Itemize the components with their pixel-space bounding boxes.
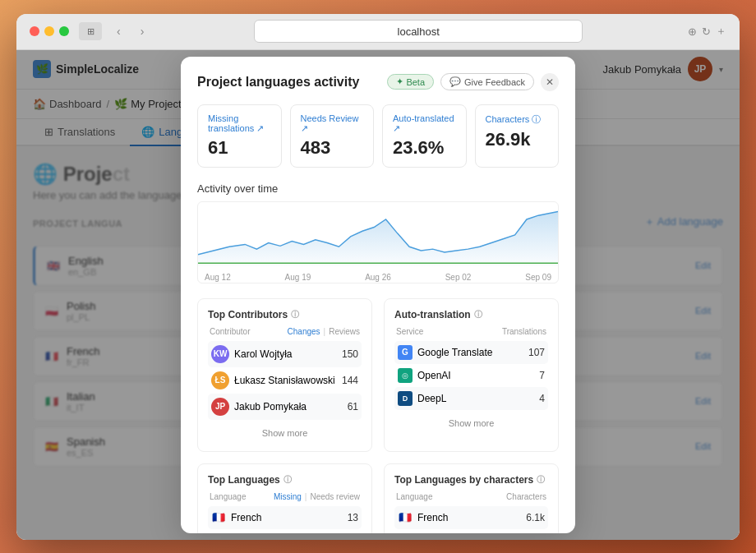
top-languages-chars-info-icon: ⓘ — [537, 474, 545, 486]
contributors-col-labels: Contributor Changes | Reviews — [208, 327, 362, 336]
maximize-traffic-light[interactable] — [59, 26, 69, 36]
auto-translation-col-labels: Service Translations — [394, 327, 548, 336]
contributor-row-0: KW Karol Wojtyła 150 — [208, 341, 362, 367]
stat-review-value: 483 — [301, 137, 364, 159]
top-languages-title: Top Languages ⓘ — [208, 474, 292, 486]
url-bar[interactable]: localhost — [254, 20, 583, 43]
auto-translation-header: Auto-translation ⓘ — [394, 309, 548, 320]
service-value-2: 4 — [539, 393, 545, 404]
grid-browser-btn[interactable]: ⊞ — [79, 22, 102, 40]
auto-translation-show-more[interactable]: Show more — [394, 415, 548, 431]
stats-row: Missing translations ↗ 61 Needs Review ↗… — [197, 104, 559, 168]
auto-translation-panel: Auto-translation ⓘ Service Translations … — [384, 298, 559, 452]
stat-chars-value: 26.9k — [486, 129, 549, 150]
service-value-1: 7 — [539, 370, 545, 381]
top-languages-chars-panel: Top Languages by characters ⓘ Language C… — [384, 463, 559, 533]
top-languages-chars-col-labels: Language Characters — [394, 492, 548, 501]
google-translate-icon: G — [398, 345, 413, 360]
top-languages-col-right: Missing | Needs review — [274, 492, 360, 501]
chart-title: Activity over time — [197, 182, 559, 195]
browser-actions: ⊕ ↻ ＋ — [688, 24, 726, 39]
top-lang-row-0: 🇫🇷 French 13 — [208, 506, 362, 529]
modal-title: Project languages activity — [197, 75, 359, 90]
top-lang-flag-0: 🇫🇷 — [211, 510, 226, 525]
traffic-lights — [30, 26, 69, 36]
top-languages-chars-title: Top Languages by characters ⓘ — [394, 474, 545, 486]
activity-modal: Project languages activity ✦ Beta 💬 Give… — [181, 57, 575, 533]
contributor-name-2: Jakub Pomykała — [234, 401, 307, 412]
top-lang-chars-row-0: 🇫🇷 French 6.1k — [394, 506, 548, 529]
service-row-0: G Google Translate 107 — [394, 341, 548, 364]
url-text: localhost — [398, 25, 440, 38]
stat-auto-value: 23.6% — [393, 137, 456, 159]
chart-label-0: Aug 12 — [205, 273, 231, 282]
service-value-0: 107 — [528, 347, 545, 358]
service-name-0: Google Translate — [417, 347, 492, 358]
add-tab-icon[interactable]: ＋ — [716, 24, 726, 39]
service-row-1: ◎ OpenAI 7 — [394, 364, 548, 387]
top-languages-panel: Top Languages ⓘ Language Missing | Needs… — [197, 463, 372, 533]
panels-row-1: Top Contributors ⓘ Contributor Changes |… — [197, 298, 559, 452]
browser-window: ⊞ ‹ › localhost ⊕ ↻ ＋ 🌿 SimpleLocalize J… — [16, 14, 740, 540]
contributors-header: Top Contributors ⓘ — [208, 309, 362, 320]
top-languages-col-labels: Language Missing | Needs review — [208, 492, 362, 501]
contributor-row-2: JP Jakub Pomykała 61 — [208, 394, 362, 420]
chart-label-4: Sep 09 — [525, 273, 551, 282]
service-row-2: D DeepL 4 — [394, 387, 548, 410]
top-lang-chars-name-0: French — [417, 512, 448, 523]
chart-labels: Aug 12 Aug 19 Aug 26 Sep 02 Sep 09 — [198, 271, 558, 283]
minimize-traffic-light[interactable] — [44, 26, 54, 36]
stat-missing-value: 61 — [208, 137, 271, 159]
top-languages-chars-header: Top Languages by characters ⓘ — [394, 474, 548, 486]
feedback-label: Give Feedback — [464, 77, 525, 87]
forward-button[interactable]: › — [136, 23, 150, 39]
auto-translation-title: Auto-translation ⓘ — [394, 309, 482, 320]
deepl-icon: D — [398, 391, 413, 406]
stat-review-label: Needs Review ↗ — [301, 113, 364, 134]
panels-row-2: Top Languages ⓘ Language Missing | Needs… — [197, 463, 559, 533]
stat-characters: Characters ⓘ 26.9k — [475, 104, 560, 168]
top-lang-chars-row-1: 🇪🇸 Spanish 5.5k — [394, 529, 548, 533]
close-traffic-light[interactable] — [30, 26, 39, 36]
beta-label: Beta — [406, 77, 425, 87]
openai-icon: ◎ — [398, 368, 413, 383]
close-modal-button[interactable]: ✕ — [541, 73, 559, 91]
chart-label-3: Sep 02 — [445, 273, 472, 282]
refresh-icon[interactable]: ↻ — [702, 25, 711, 38]
feedback-button[interactable]: 💬 Give Feedback — [440, 73, 534, 90]
service-name-1: OpenAI — [417, 370, 451, 381]
top-contributors-panel: Top Contributors ⓘ Contributor Changes |… — [197, 298, 372, 452]
top-lang-value-0: 13 — [348, 512, 358, 523]
stat-missing-label: Missing translations ↗ — [208, 113, 271, 134]
contributor-value-1: 144 — [342, 375, 358, 386]
modal-overlay[interactable]: Project languages activity ✦ Beta 💬 Give… — [16, 50, 740, 540]
top-languages-info-icon: ⓘ — [284, 474, 292, 486]
stat-auto-label: Auto-translated ↗ — [393, 113, 456, 134]
top-lang-row-1: 🇬🇧 English 12 — [208, 529, 362, 533]
stat-needs-review: Needs Review ↗ 483 — [290, 104, 375, 168]
share-icon[interactable]: ⊕ — [688, 25, 697, 38]
contributor-name-0: Karol Wojtyła — [234, 348, 292, 360]
beta-badge: ✦ Beta — [387, 74, 434, 90]
chart-container: Aug 12 Aug 19 Aug 26 Sep 02 Sep 09 — [197, 201, 559, 283]
stat-auto-translated: Auto-translated ↗ 23.6% — [382, 104, 467, 168]
chart-label-2: Aug 26 — [365, 273, 391, 282]
top-lang-name-0: French — [231, 512, 261, 523]
contributors-show-more[interactable]: Show more — [208, 425, 362, 441]
contributor-row-1: ŁS Łukasz Stanisławowski 144 — [208, 367, 362, 394]
top-lang-chars-flag-0: 🇫🇷 — [398, 510, 413, 525]
contributors-info-icon: ⓘ — [291, 309, 299, 320]
auto-translation-info-icon: ⓘ — [474, 309, 482, 320]
feedback-icon: 💬 — [449, 76, 461, 87]
back-button[interactable]: ‹ — [112, 23, 126, 39]
contributor-avatar-2: JP — [211, 398, 229, 416]
contributors-col-right: Changes | Reviews — [288, 327, 360, 336]
contributor-name-1: Łukasz Stanisławowski — [234, 375, 335, 386]
service-name-2: DeepL — [417, 393, 446, 404]
contributor-value-2: 61 — [348, 401, 358, 412]
top-lang-chars-value-0: 6.1k — [526, 512, 545, 523]
browser-content: 🌿 SimpleLocalize Jakub Pomykała JP ▾ 🏠 D… — [16, 50, 740, 540]
stat-missing: Missing translations ↗ 61 — [197, 104, 282, 168]
activity-chart — [198, 202, 558, 268]
browser-titlebar: ⊞ ‹ › localhost ⊕ ↻ ＋ — [16, 14, 740, 50]
